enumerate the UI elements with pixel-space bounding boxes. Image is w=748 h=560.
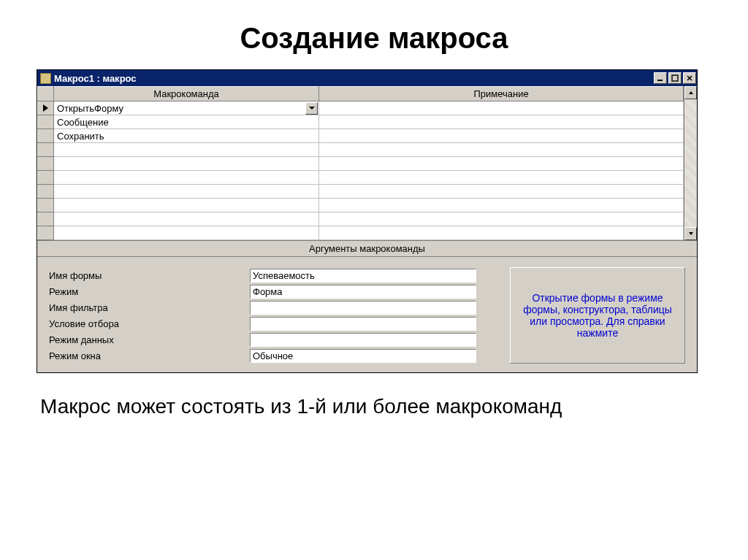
cell-command[interactable]: ОткрытьФорму bbox=[54, 101, 319, 115]
row-pointer-icon bbox=[43, 104, 48, 112]
svg-rect-1 bbox=[672, 75, 678, 81]
arg-row: Имя фильтра bbox=[49, 299, 500, 315]
row-selector[interactable] bbox=[38, 143, 54, 157]
cell-note[interactable] bbox=[319, 171, 684, 185]
row-selector[interactable] bbox=[38, 129, 54, 143]
cell-command[interactable] bbox=[54, 212, 319, 226]
arg-field-window-mode[interactable]: Обычное bbox=[250, 349, 476, 363]
cell-command[interactable]: Сообщение bbox=[54, 115, 319, 129]
macro-grid[interactable]: Макрокоманда Примечание ОткрытьФорму bbox=[37, 86, 684, 240]
vertical-scrollbar[interactable] bbox=[684, 86, 697, 240]
row-selector[interactable] bbox=[38, 212, 54, 226]
row-selector[interactable] bbox=[38, 185, 54, 199]
page-title: Создание макроса bbox=[0, 22, 748, 55]
svg-rect-0 bbox=[657, 80, 663, 81]
col-macro-command[interactable]: Макрокоманда bbox=[54, 87, 319, 101]
chevron-down-icon bbox=[309, 107, 315, 110]
row-selector[interactable] bbox=[38, 157, 54, 171]
table-row[interactable] bbox=[38, 171, 684, 185]
arg-row: Условие отбора bbox=[49, 315, 500, 331]
macro-grid-panel: Макрокоманда Примечание ОткрытьФорму bbox=[37, 86, 697, 240]
cell-note[interactable] bbox=[319, 199, 684, 212]
macro-designer-window: Макрос1 : макрос Макрокоманда Примечание bbox=[37, 69, 698, 373]
cell-command[interactable] bbox=[54, 171, 319, 185]
table-row[interactable] bbox=[38, 157, 684, 171]
row-selector[interactable] bbox=[38, 226, 54, 240]
table-row[interactable] bbox=[38, 199, 684, 212]
table-row[interactable]: Сообщение bbox=[38, 115, 684, 129]
maximize-button[interactable] bbox=[668, 72, 682, 84]
close-button[interactable] bbox=[683, 72, 696, 84]
cell-note[interactable] bbox=[319, 226, 684, 240]
cell-note[interactable] bbox=[319, 115, 684, 129]
arg-label-window-mode: Режим окна bbox=[49, 350, 250, 361]
document-icon bbox=[40, 73, 51, 84]
caption: Макрос может состоять из 1-й или более м… bbox=[40, 395, 708, 418]
arg-label-filter-name: Имя фильтра bbox=[49, 302, 250, 313]
arg-field-form-name[interactable]: Успеваемость bbox=[250, 269, 476, 283]
arg-label-data-mode: Режим данных bbox=[49, 334, 250, 345]
scroll-track[interactable] bbox=[684, 99, 697, 227]
table-row[interactable] bbox=[38, 185, 684, 199]
table-row[interactable] bbox=[38, 226, 684, 240]
cell-note[interactable] bbox=[319, 212, 684, 226]
arg-label-mode: Режим bbox=[49, 286, 250, 297]
table-row[interactable] bbox=[38, 143, 684, 157]
titlebar: Макрос1 : макрос bbox=[37, 70, 697, 86]
arg-label-form-name: Имя формы bbox=[49, 270, 250, 281]
cell-command[interactable] bbox=[54, 199, 319, 212]
dropdown-button[interactable] bbox=[305, 102, 318, 115]
row-selector[interactable] bbox=[38, 115, 54, 129]
arg-row: Имя формы Успеваемость bbox=[49, 267, 500, 283]
scroll-up-button[interactable] bbox=[684, 86, 697, 99]
row-selector[interactable] bbox=[38, 199, 54, 212]
arg-label-where: Условие отбора bbox=[49, 318, 250, 329]
arg-field-where[interactable] bbox=[250, 317, 476, 331]
window-title: Макрос1 : макрос bbox=[54, 73, 653, 84]
cell-note[interactable] bbox=[319, 143, 684, 157]
cell-command-text: ОткрытьФорму bbox=[57, 103, 305, 114]
cell-note[interactable] bbox=[319, 185, 684, 199]
cell-note[interactable] bbox=[319, 157, 684, 171]
table-row[interactable]: Сохранить bbox=[38, 129, 684, 143]
arguments-form: Имя формы Успеваемость Режим Форма Имя ф… bbox=[49, 267, 500, 364]
scroll-down-button[interactable] bbox=[684, 227, 697, 240]
cell-command[interactable] bbox=[54, 226, 319, 240]
arguments-title: Аргументы макрокоманды bbox=[37, 240, 697, 257]
row-selector[interactable] bbox=[38, 101, 54, 115]
arguments-panel: Имя формы Успеваемость Режим Форма Имя ф… bbox=[37, 257, 697, 372]
arg-row: Режим Форма bbox=[49, 283, 500, 299]
cell-command[interactable] bbox=[54, 143, 319, 157]
cell-command[interactable] bbox=[54, 185, 319, 199]
arg-field-mode[interactable]: Форма bbox=[250, 285, 476, 299]
arg-row: Режим окна Обычное bbox=[49, 348, 500, 364]
cell-command[interactable] bbox=[54, 157, 319, 171]
grid-corner bbox=[38, 87, 54, 101]
arg-field-data-mode[interactable] bbox=[250, 333, 476, 347]
minimize-button[interactable] bbox=[654, 72, 667, 84]
row-selector[interactable] bbox=[38, 171, 54, 185]
help-box: Открытие формы в режиме формы, конструкт… bbox=[510, 267, 685, 364]
arg-field-filter-name[interactable] bbox=[250, 301, 476, 315]
cell-note[interactable] bbox=[319, 101, 684, 115]
arg-row: Режим данных bbox=[49, 331, 500, 348]
table-row[interactable] bbox=[38, 212, 684, 226]
cell-note[interactable] bbox=[319, 129, 684, 143]
col-note[interactable]: Примечание bbox=[319, 87, 684, 101]
table-row[interactable]: ОткрытьФорму bbox=[38, 101, 684, 115]
cell-command[interactable]: Сохранить bbox=[54, 129, 319, 143]
